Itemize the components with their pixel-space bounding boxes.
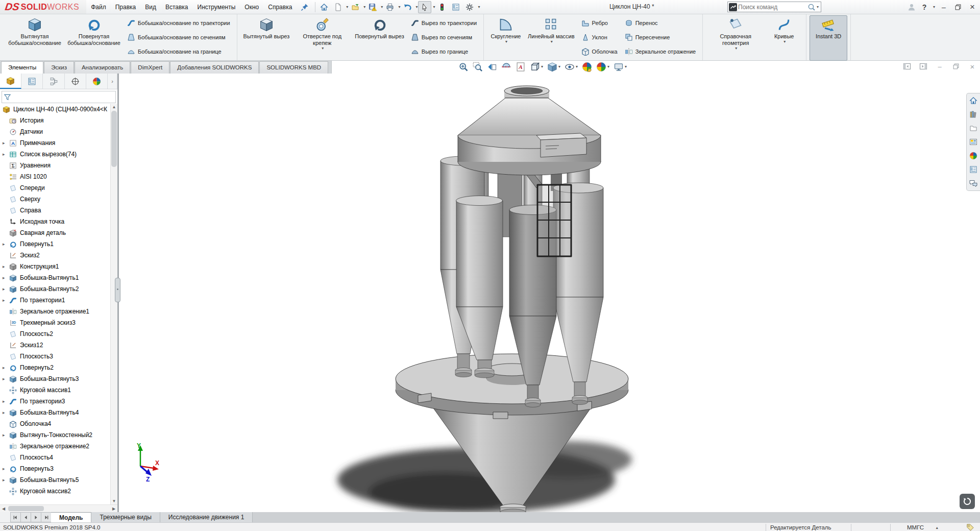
tab-Анализировать[interactable]: Анализировать <box>75 61 130 74</box>
save-button[interactable] <box>366 1 379 13</box>
tree-item[interactable]: Плоскость4 <box>0 452 111 463</box>
ribbon-button-lofted-cut[interactable]: Вырез по сечениям <box>407 30 480 44</box>
hide-show-items-button[interactable]: ▾ <box>564 61 579 73</box>
ribbon-button-revolved-boss[interactable]: Повернутая бобышка/основание <box>64 15 124 61</box>
tab-Добавления SOLIDWORKS[interactable]: Добавления SOLIDWORKS <box>170 61 259 74</box>
zoom-fit-button[interactable] <box>457 61 470 73</box>
ribbon-button-draft[interactable]: Уклон <box>578 30 621 44</box>
dropdown-icon[interactable]: ▾ <box>505 40 507 44</box>
search-dropdown-icon[interactable]: ▾ <box>816 5 820 9</box>
scroll-left-icon[interactable]: ◀ <box>0 506 7 511</box>
expand-arrow-icon[interactable]: ▸ <box>3 152 9 157</box>
expand-arrow-icon[interactable]: ▸ <box>3 242 9 247</box>
tree-item[interactable]: Сверху <box>0 194 111 205</box>
expand-tabs-chevron[interactable]: › <box>108 74 117 89</box>
property-manager-tab[interactable] <box>21 74 43 89</box>
ribbon-button-move-face[interactable]: Перенос <box>621 16 700 30</box>
tab-SOLIDWORKS MBD[interactable]: SOLIDWORKS MBD <box>259 61 328 74</box>
solidworks-rx-icon[interactable] <box>960 494 975 509</box>
close-button[interactable]: × <box>967 2 978 13</box>
tree-item[interactable]: ΣУравнения <box>0 160 111 171</box>
new-document-button[interactable] <box>331 1 345 13</box>
select-cursor-button[interactable] <box>418 1 431 13</box>
ribbon-button-swept-boss[interactable]: Бобышка/основание по траектории <box>124 16 234 30</box>
edit-appearance-button[interactable] <box>581 61 593 73</box>
expand-arrow-icon[interactable]: ▸ <box>3 399 9 404</box>
scrollbar-thumb[interactable] <box>111 111 117 167</box>
tree-item[interactable]: Эскиз12 <box>0 340 111 351</box>
command-search[interactable]: ▾ <box>727 2 821 12</box>
tree-item[interactable]: Плоскость3 <box>0 351 111 362</box>
menu-Вид[interactable]: Вид <box>140 1 161 13</box>
taskpane-custom-properties-button[interactable] <box>968 164 978 175</box>
dropdown-icon[interactable]: ▾ <box>415 5 418 9</box>
menu-Правка[interactable]: Правка <box>111 1 141 13</box>
view-settings-button[interactable]: ▾ <box>612 61 628 73</box>
tree-item[interactable]: Зеркальное отражение2 <box>0 441 111 452</box>
taskpane-forum-button[interactable] <box>968 178 978 188</box>
expand-arrow-icon[interactable]: ▸ <box>3 286 9 292</box>
doc-tab-Модель[interactable]: Модель <box>51 512 91 522</box>
undo-button[interactable] <box>401 1 414 13</box>
taskpane-view-palette-button[interactable] <box>968 137 978 147</box>
expand-arrow-icon[interactable]: ▸ <box>3 264 9 269</box>
display-style-button[interactable]: ▾ <box>546 61 561 73</box>
dropdown-icon[interactable]: ▾ <box>381 5 383 9</box>
expand-arrow-icon[interactable]: ▸ <box>3 410 9 415</box>
annotations-visibility-button[interactable]: A <box>514 61 527 73</box>
scroll-up-icon[interactable]: ▲ <box>111 104 117 110</box>
tree-item[interactable]: Оболочка4 <box>0 418 111 429</box>
ribbon-button-lofted-boss[interactable]: Бобышка/основание по сечениям <box>124 30 234 44</box>
menu-Файл[interactable]: Файл <box>86 1 111 13</box>
ribbon-button-rib[interactable]: Ребро <box>578 16 621 30</box>
ribbon-button-instant3d[interactable]: Instant 3D <box>810 15 847 61</box>
rebuild-traffic-light-button[interactable] <box>435 1 449 13</box>
expand-arrow-icon[interactable]: ▸ <box>3 466 9 471</box>
collapse-right-pane-icon[interactable] <box>919 62 928 71</box>
collapse-left-pane-icon[interactable] <box>902 62 912 71</box>
taskpane-file-explorer-button[interactable] <box>968 123 978 133</box>
doc-minimize-icon[interactable]: – <box>935 62 944 71</box>
options-list-button[interactable] <box>449 1 462 13</box>
taskpane-home-button[interactable] <box>968 95 978 106</box>
dropdown-icon[interactable]: ▾ <box>398 5 400 9</box>
tree-item[interactable]: ▸AПримечания <box>0 137 111 149</box>
first-tab-button[interactable] <box>10 512 20 522</box>
tree-item[interactable]: История <box>0 115 111 126</box>
menu-Справка[interactable]: Справка <box>263 1 297 13</box>
tree-item[interactable]: ▸Повернуть3 <box>0 463 111 474</box>
scrollbar-thumb[interactable] <box>8 506 44 511</box>
ribbon-button-boundary-boss[interactable]: Бобышка/основание на границе <box>124 44 234 59</box>
tree-item[interactable]: ▸Повернуть1 <box>0 238 111 250</box>
tree-item[interactable]: ▸Бобышка-Вытянуть2 <box>0 283 111 295</box>
dropdown-icon[interactable]: ▾ <box>783 40 786 44</box>
taskpane-appearances-button[interactable] <box>968 151 978 161</box>
menu-Инструменты[interactable]: Инструменты <box>193 1 240 13</box>
menu-Окно[interactable]: Окно <box>240 1 263 13</box>
doc-restore-icon[interactable] <box>951 62 961 71</box>
tree-item[interactable]: Справа <box>0 205 111 216</box>
apply-scene-button[interactable]: ▾ <box>595 61 610 73</box>
expand-arrow-icon[interactable]: ▸ <box>3 298 9 303</box>
units-selector[interactable]: ММГС ▲ <box>895 524 951 530</box>
graphics-viewport[interactable]: Y X Z <box>119 74 980 512</box>
expand-arrow-icon[interactable]: ▸ <box>3 365 9 370</box>
tree-filter-input[interactable] <box>13 93 114 101</box>
tree-item[interactable]: ▸Бобышка-Вытянуть4 <box>0 407 111 418</box>
expand-arrow-icon[interactable]: ▸ <box>3 432 9 438</box>
tree-root-item[interactable]: Циклон ЦН-40 (СЦН40-0900x4<К <box>0 104 111 115</box>
dropdown-icon[interactable]: ▾ <box>607 65 609 69</box>
restore-button[interactable] <box>952 2 964 13</box>
expand-arrow-icon[interactable]: ▸ <box>3 140 9 146</box>
dropdown-icon[interactable]: ▾ <box>322 46 324 51</box>
tree-item[interactable]: ▸Бобышка-Вытянуть1 <box>0 272 111 283</box>
ribbon-button-linear-pattern[interactable]: Линейный массив▾ <box>525 15 578 61</box>
previous-view-button[interactable] <box>486 61 498 73</box>
tree-item[interactable]: Сварная деталь <box>0 227 111 238</box>
user-account-icon[interactable] <box>908 3 916 11</box>
tree-item[interactable]: ▸Повернуть2 <box>0 362 111 373</box>
help-button[interactable]: ? <box>919 2 930 13</box>
tab-Элементы[interactable]: Элементы <box>1 61 43 74</box>
doc-close-icon[interactable]: × <box>968 62 977 71</box>
tree-item[interactable]: ▸Конструкция1 <box>0 261 111 272</box>
